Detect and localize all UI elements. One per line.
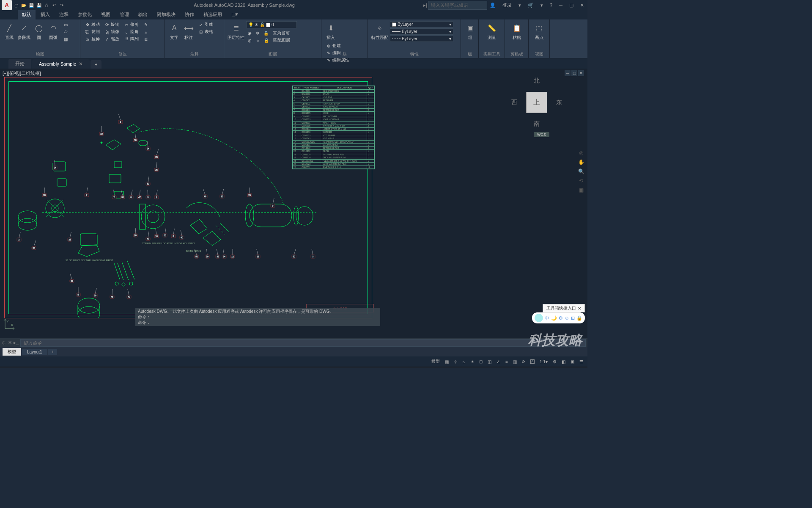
exchange-icon[interactable]: 🛒 <box>526 3 535 8</box>
tab-expand-icon[interactable]: ▢▾ <box>227 10 242 19</box>
tool-hatch[interactable]: ▦ <box>61 36 70 42</box>
tool-offset[interactable]: ⊆ <box>141 36 151 42</box>
status-polar-icon[interactable]: ✴ <box>469 359 476 365</box>
tab-featured[interactable]: 精选应用 <box>199 10 226 19</box>
file-tab-new[interactable]: + <box>91 60 102 69</box>
drawing-canvas[interactable]: [−][俯视][二维线框] ─ ▢ ✕ <box>0 69 587 338</box>
layer-thaw-icon[interactable]: ☼ <box>254 37 261 44</box>
tool-erase[interactable]: ✎ <box>141 21 151 28</box>
dropdown-icon[interactable]: ▾ <box>517 3 523 8</box>
nav-pan-icon[interactable]: ✋ <box>577 158 585 166</box>
qat-new-icon[interactable]: ▢ <box>13 2 19 8</box>
layer-off-icon[interactable]: ◉ <box>246 30 253 36</box>
status-anno-icon[interactable]: 🄰 <box>529 359 536 365</box>
tool-mirror[interactable]: ⧎镜像 <box>102 28 121 35</box>
qat-save-icon[interactable]: 💾 <box>28 2 35 8</box>
tool-trim[interactable]: ✂修剪 <box>122 21 140 28</box>
qat-redo-icon[interactable]: ↷ <box>58 2 65 8</box>
cmd-close-icon[interactable]: ✕ <box>8 340 12 345</box>
status-cycle-icon[interactable]: ⟳ <box>520 359 527 365</box>
tab-default[interactable]: 默认 <box>18 10 36 19</box>
assist-lock-icon[interactable]: 🔒 <box>576 315 582 321</box>
tool-array[interactable]: ⠿阵列 <box>122 36 140 42</box>
layer-unlock-icon[interactable]: 🔓 <box>262 37 271 44</box>
tool-explode[interactable]: ⟁ <box>141 28 151 35</box>
a360-icon[interactable]: 👤 <box>488 3 497 8</box>
layout-tab-model[interactable]: 模型 <box>3 348 21 356</box>
app-logo[interactable]: A <box>2 0 12 10</box>
tab-close-icon[interactable]: ✕ <box>79 61 83 67</box>
qat-open-icon[interactable]: 📂 <box>20 2 27 8</box>
tab-addins[interactable]: 附加模块 <box>153 10 180 19</box>
tool-table[interactable]: ⊞表格 <box>196 28 215 35</box>
qat-plot-icon[interactable]: ⎙ <box>43 2 50 8</box>
tool-fillet[interactable]: ◟圆角 <box>122 28 140 35</box>
infocenter-icon[interactable]: ▸| <box>423 3 427 8</box>
viewcube[interactable]: 北 南 东 西 上 <box>511 77 562 128</box>
tool-measure[interactable]: 📏测量 <box>481 21 502 41</box>
login-link[interactable]: 登录 <box>501 2 513 8</box>
tool-group[interactable]: ▣组 <box>464 21 477 41</box>
tool-scale[interactable]: ⤢缩放 <box>102 36 121 42</box>
viewcube-east[interactable]: 东 <box>556 99 562 106</box>
layer-iso[interactable]: 置为当前 <box>271 30 291 36</box>
maximize-icon[interactable]: ▢ <box>568 3 575 8</box>
minimize-icon[interactable]: ─ <box>557 3 564 8</box>
status-grid-icon[interactable]: ▦ <box>443 359 450 365</box>
command-input[interactable] <box>20 339 586 347</box>
tab-parametric[interactable]: 参数化 <box>74 10 96 19</box>
vp-close-icon[interactable]: ✕ <box>578 70 584 76</box>
autodesk-icon[interactable]: ▾ <box>539 3 545 8</box>
status-ortho-icon[interactable]: ⊾ <box>461 359 467 365</box>
tool-ellipse[interactable]: ⬭ <box>61 28 70 35</box>
status-3dosnap-icon[interactable]: ◫ <box>486 359 493 365</box>
assist-moon-icon[interactable]: 🌙 <box>551 315 557 321</box>
nav-showmotion-icon[interactable]: ▣ <box>577 186 585 194</box>
nav-orbit-icon[interactable]: ⟲ <box>577 177 585 185</box>
toolbox-tooltip[interactable]: 工具箱快捷入口✕ <box>543 304 585 312</box>
tool-insert-block[interactable]: ⬇插入 <box>324 21 337 41</box>
wcs-badge[interactable]: WCS <box>534 132 549 137</box>
status-iso-icon[interactable]: ◧ <box>560 359 567 365</box>
assist-gear-icon[interactable]: ⚙ <box>559 315 563 321</box>
layer-freeze-icon[interactable]: ❄ <box>254 30 261 36</box>
cmd-history-icon[interactable]: ⯐ <box>2 340 6 345</box>
tool-copy[interactable]: ⿻复制 <box>83 28 102 35</box>
viewcube-top[interactable]: 上 <box>526 92 547 113</box>
linetype-dropdown[interactable]: ByLayer▾ <box>390 36 453 42</box>
layer-lock-icon[interactable]: 🔒 <box>262 30 270 36</box>
qat-undo-icon[interactable]: ↶ <box>51 2 58 8</box>
viewcube-south[interactable]: 南 <box>534 120 540 128</box>
nav-zoom-icon[interactable]: 🔍 <box>577 168 585 175</box>
status-gear-icon[interactable]: ⚙ <box>551 359 558 365</box>
status-snap-icon[interactable]: ⊹ <box>452 359 459 365</box>
file-tab-start[interactable]: 开始 <box>8 59 31 69</box>
status-transp-icon[interactable]: ▥ <box>511 359 518 365</box>
tooltip-close-icon[interactable]: ✕ <box>578 306 581 311</box>
layer-on-icon[interactable]: ◎ <box>246 37 253 44</box>
tool-stretch[interactable]: ⇲拉伸 <box>83 36 102 42</box>
tab-output[interactable]: 输出 <box>134 10 152 19</box>
tab-manage[interactable]: 管理 <box>115 10 133 19</box>
tool-create-block[interactable]: ⊕创建 <box>324 42 351 49</box>
qat-saveas-icon[interactable]: 💾 <box>36 2 42 8</box>
status-otrack-icon[interactable]: ∠ <box>495 359 502 365</box>
assist-ime-icon[interactable]: 中 <box>545 315 549 321</box>
help-search[interactable]: 键入关键字或短语 <box>428 1 487 10</box>
viewcube-north[interactable]: 北 <box>534 77 540 85</box>
tab-insert[interactable]: 插入 <box>36 10 54 19</box>
color-dropdown[interactable]: ByLayer▾ <box>390 21 453 28</box>
tool-rotate[interactable]: ⟳旋转 <box>102 21 121 28</box>
assist-grid-icon[interactable]: ⊞ <box>571 315 575 321</box>
status-osnap-icon[interactable]: ⊡ <box>477 359 484 365</box>
file-tab-current[interactable]: Assembly Sample✕ <box>32 59 90 69</box>
layout-tab-add[interactable]: + <box>48 349 58 355</box>
tool-base[interactable]: ⬚基点 <box>531 21 547 41</box>
tab-collab[interactable]: 协作 <box>181 10 198 19</box>
assist-smile-icon[interactable]: ☺ <box>565 315 569 320</box>
tool-move[interactable]: ✥移动 <box>83 21 102 28</box>
layer-dropdown[interactable]: 💡☀🔓0 <box>246 21 297 28</box>
status-lwt-icon[interactable]: ≡ <box>504 359 510 365</box>
layout-tab-layout1[interactable]: Layout1 <box>22 349 47 355</box>
tab-annotate[interactable]: 注释 <box>55 10 73 19</box>
